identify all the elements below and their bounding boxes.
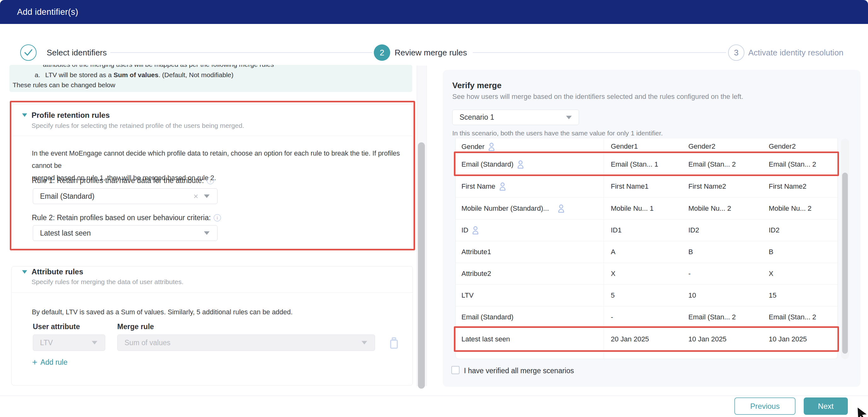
row-value-user1: ID1 — [611, 226, 622, 234]
attribute-rules-title[interactable]: Attribute rules — [32, 267, 83, 276]
row-value-user2: Gender2 — [688, 142, 715, 151]
plus-icon: + — [32, 358, 37, 366]
row-value-user2: Mobile Nu... 2 — [688, 204, 731, 213]
info-icon[interactable]: i — [207, 177, 214, 184]
row-value-merged: Email (Stan... 2 — [769, 160, 816, 168]
merge-rule-column-label: Merge rule — [117, 322, 154, 331]
row-name: Gender — [461, 142, 495, 151]
collapse-caret-icon[interactable] — [22, 270, 27, 274]
row-value-user1: 5 — [611, 291, 615, 299]
chevron-down-icon — [204, 231, 210, 235]
step2-circle: 2 — [374, 44, 390, 61]
modal-title: Add identifier(s) — [17, 7, 78, 17]
table-rows: Gender Gender1 Gender2 Gender2 Email (St… — [456, 138, 837, 351]
user-attribute-value: LTV — [40, 339, 53, 347]
step2-number: 2 — [380, 48, 384, 58]
step3-circle: 3 — [728, 44, 744, 61]
row-value-merged: Mobile Nu... 2 — [769, 204, 812, 213]
collapse-caret-icon[interactable] — [22, 114, 27, 117]
row-value-user1: First Name1 — [611, 182, 649, 191]
step3-number: 3 — [734, 48, 739, 58]
divider — [12, 292, 412, 293]
row-value-user2: 10 Jan 2025 — [688, 335, 726, 343]
rule2-value: Latest last seen — [40, 229, 91, 237]
row-value-user1: Gender1 — [611, 142, 638, 151]
scenario-caption: In this scenario, both the users have th… — [452, 129, 663, 137]
rule1-value: Email (Standard) — [40, 192, 95, 201]
verify-merge-table: Gender Gender1 Gender2 Gender2 Email (St… — [456, 138, 838, 359]
info-icon[interactable]: i — [214, 214, 221, 221]
verify-merge-title: Verify merge — [452, 81, 501, 90]
row-name: Mobile Number (Standard)... — [461, 204, 565, 213]
verify-scenarios-checkbox[interactable] — [451, 366, 460, 374]
info-clipped-line: attributes of the merging users will be … — [9, 65, 412, 68]
table-row: First Name First Name1 First Name2 First… — [456, 175, 837, 197]
row-value-user1: Email (Stan... 1 — [611, 160, 658, 168]
add-identifiers-modal: { "header": { "title": "Add identifier(s… — [0, 0, 868, 417]
table-row: Email (Standard) - Email (Stan... 2 Emai… — [456, 307, 837, 328]
verify-merge-subtitle: See how users will merge based on the id… — [452, 93, 743, 101]
row-name: Attribute2 — [461, 269, 491, 278]
attribute-rules-subtitle: Specify rules for merging the data of us… — [32, 278, 183, 286]
row-value-user2: ID2 — [688, 226, 699, 234]
row-value-merged: First Name2 — [769, 182, 807, 191]
trash-icon[interactable] — [388, 336, 400, 350]
person-icon — [499, 182, 506, 191]
profile-retention-title[interactable]: Profile retention rules — [32, 111, 110, 120]
table-row: ID ID1 ID2 ID2 — [456, 220, 837, 241]
row-value-merged: Email (Stan... 2 — [769, 313, 816, 321]
user-attribute-column-label: User attribute — [33, 322, 80, 331]
row-name: Latest last seen — [461, 335, 510, 343]
row-value-user2: First Name2 — [688, 182, 726, 191]
rule1-label: Rule 1: Retain profiles that have data f… — [32, 177, 214, 185]
next-button[interactable]: Next — [804, 397, 848, 415]
rule2-dropdown[interactable]: Latest last seen — [33, 225, 217, 241]
row-name: Email (Standard) — [461, 313, 514, 321]
row-value-merged: 15 — [769, 291, 776, 299]
table-row: Email (Standard) Email (Stan... 1 Email … — [456, 153, 837, 175]
left-panel-scrollbar-thumb[interactable] — [418, 142, 425, 389]
table-row: LTV 5 10 15 — [456, 285, 837, 307]
attribute-rules-description: By default, LTV is saved as a Sum of val… — [32, 306, 292, 318]
add-rule-button[interactable]: + Add rule — [32, 358, 67, 366]
step2-label: Review merge rules — [395, 48, 467, 58]
row-name: ID — [461, 226, 479, 235]
row-value-user1: A — [611, 248, 616, 256]
row-value-user1: 20 Jan 2025 — [611, 335, 649, 343]
table-row: Gender Gender1 Gender2 Gender2 — [456, 138, 837, 153]
footer-divider — [0, 395, 868, 396]
mouse-cursor-icon — [857, 406, 868, 417]
row-value-merged: 10 Jan 2025 — [769, 335, 807, 343]
clear-icon[interactable]: × — [193, 192, 198, 200]
chevron-down-icon — [362, 341, 367, 345]
person-icon — [557, 204, 565, 213]
table-scrollbar-thumb[interactable] — [842, 172, 848, 354]
table-row: Mobile Number (Standard)... Mobile Nu...… — [456, 197, 837, 220]
scenario-dropdown[interactable]: Scenario 1 — [452, 109, 579, 125]
chevron-down-icon — [204, 195, 210, 198]
step3-label: Activate identity resolution — [748, 48, 843, 58]
row-value-user2: Email (Stan... 2 — [688, 160, 736, 168]
info-line-changeable: These rules can be changed below — [9, 81, 412, 89]
rule2-label: Rule 2: Retain profiles based on user be… — [32, 214, 221, 222]
rule1-dropdown[interactable]: Email (Standard) × — [33, 188, 217, 204]
merge-rule-dropdown[interactable]: Sum of values — [117, 334, 375, 351]
divider — [12, 136, 412, 136]
user-attribute-dropdown[interactable]: LTV — [33, 334, 105, 351]
check-icon — [24, 49, 33, 57]
chevron-down-icon — [566, 116, 572, 119]
scenario-value: Scenario 1 — [460, 113, 494, 122]
person-icon — [471, 226, 479, 235]
chevron-down-icon — [92, 341, 97, 345]
row-value-user2: Email (Stan... 2 — [688, 313, 736, 321]
stepper-connector-1 — [110, 52, 373, 53]
table-row: Latest last seen 20 Jan 2025 10 Jan 2025… — [456, 328, 837, 351]
previous-button[interactable]: Previous — [734, 397, 796, 415]
person-icon — [488, 142, 495, 151]
info-line-ltv: a.LTV will be stored as a Sum of values.… — [9, 71, 412, 79]
step1-label[interactable]: Select identifiers — [46, 48, 107, 58]
row-value-user2: 10 — [688, 291, 696, 299]
profile-retention-subtitle: Specify rules for selecting the retained… — [32, 122, 244, 129]
row-value-user1: - — [611, 313, 613, 321]
verify-scenarios-checkbox-label[interactable]: I have verified all merge scenarios — [464, 366, 574, 375]
